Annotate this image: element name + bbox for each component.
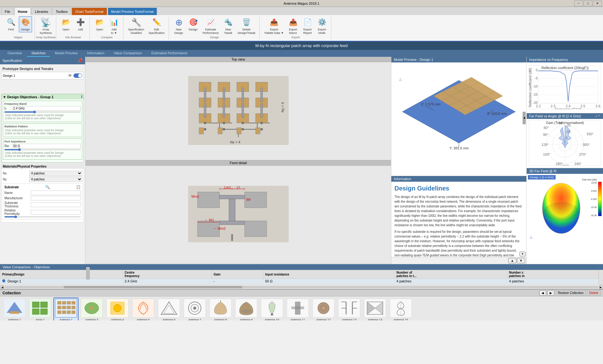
collection-item-antenna13[interactable]: Antenna 13 (337, 297, 362, 320)
tab-value-comparison[interactable]: Value Comparison (109, 50, 146, 57)
antenna10-thumb (261, 299, 283, 318)
tab-information[interactable]: Information (83, 50, 109, 57)
value-vscroll[interactable] (599, 270, 603, 285)
collection-item-array1[interactable]: Array 1 (28, 297, 53, 320)
design-action-button[interactable]: 🎯 Design (187, 16, 200, 32)
design-toggle[interactable] (73, 73, 82, 78)
specification-disabled-button[interactable]: 🔧 SpecificationDisabled (127, 16, 146, 36)
cell-input-resistance: 50 Ω (263, 279, 394, 284)
model-preview-title: Model Preview - Design 1 (391, 57, 526, 62)
export-mode-button[interactable]: ⚙️ ExportMode (315, 16, 329, 36)
collection-item-antenna15[interactable]: Antenna 15 (388, 297, 413, 320)
info-icon: ℹ (81, 95, 82, 99)
tab-model-preview-tools[interactable]: Model Preview ToolsFormat (108, 8, 157, 15)
tab-sketches[interactable]: Sketches (27, 50, 50, 57)
design-obj-title: Design Objectives - Group 1 (7, 95, 53, 99)
farfield-controls[interactable]: ▲▼ (595, 114, 600, 117)
col-patches-t: Number ofpatches in t... (394, 270, 507, 279)
hscroll-left-btn[interactable]: ◀ (1, 285, 4, 289)
collection-item-antenna1[interactable]: Antenna 1 (2, 297, 27, 320)
edit-specification-button[interactable]: ✏️ EditSpecification (147, 16, 166, 36)
antenna15-thumb (390, 299, 412, 318)
maximize-button[interactable]: □ (584, 1, 592, 6)
svg-text:Wm1: Wm1 (191, 195, 199, 198)
collection-item-antenna12[interactable]: Antenna 12 (311, 297, 336, 320)
collection-item-antenna9[interactable]: Antenna 9 (234, 297, 259, 320)
collection-item-antenna3[interactable]: Antenna 3 (79, 297, 104, 320)
info-scroll-down-btn[interactable]: ▼ (519, 252, 526, 256)
rin-slider[interactable] (4, 149, 81, 150)
tab-file[interactable]: File (1, 8, 14, 15)
svg-rect-169 (291, 307, 304, 309)
export-report-button[interactable]: 📄 ExportReport (301, 16, 314, 36)
restore-collection-button[interactable]: Restore Collection (556, 290, 586, 296)
collection-item-antenna7[interactable]: Antenna 7 (182, 297, 207, 320)
design1-item[interactable]: Design 1 👁 (1, 72, 84, 79)
tab-libraries[interactable]: Libraries (31, 8, 52, 15)
collection-item-antenna10[interactable]: Antenna 10 (259, 297, 285, 320)
estimate-performance-button[interactable]: 📈 EstimatePerformance (201, 16, 220, 36)
nx-select[interactable]: 4 patches (29, 171, 82, 176)
tab-model-preview[interactable]: Model Preview (51, 50, 82, 57)
add-button[interactable]: ➕ Add (74, 16, 87, 32)
sketch-vscroll-thumb[interactable] (86, 267, 90, 280)
antenna2-thumb (55, 299, 77, 318)
collection-item-antenna14[interactable]: Antenna 14 (362, 297, 388, 320)
ny-select[interactable]: 4 patches (29, 177, 82, 182)
collection-item-antenna11[interactable]: Antenna 11 (285, 297, 310, 320)
svg-point-41 (260, 128, 263, 131)
export-palette-button[interactable]: 📤 ExportPalette Data ▼ (263, 16, 285, 36)
new-design-button[interactable]: ⊕ NewDesign (172, 16, 185, 36)
svg-point-36 (204, 128, 206, 131)
collapse-button[interactable]: ◀ (523, 112, 526, 124)
perm-slider[interactable] (4, 216, 81, 217)
collection-item-antenna8[interactable]: Antenna 8 (208, 297, 233, 320)
hscroll-right-btn[interactable]: ▶ (599, 285, 602, 289)
new-tweak-button[interactable]: 🔩 NewTweak (222, 16, 235, 36)
tab-overview[interactable]: Overview (3, 50, 26, 57)
design-button[interactable]: 🎨 Design (19, 16, 32, 32)
svg-rect-151 (57, 311, 61, 314)
rin-row: Rin 50 Ω (4, 144, 81, 148)
delete-design-button[interactable]: 🗑️ DeleteDesign/Tweak (236, 16, 257, 36)
add-substrate-icon[interactable]: 📋 (76, 185, 81, 189)
eye-icon[interactable]: 👁 (68, 73, 72, 78)
svg-rect-51 (245, 221, 267, 237)
tab-estimated-performance[interactable]: Estimated Performance (147, 50, 192, 57)
open-compare-button[interactable]: 📂 Open (93, 16, 106, 32)
antenna9-thumb (235, 299, 257, 318)
antenna9-label: Antenna 9 (240, 318, 253, 320)
tab-home[interactable]: Home (14, 8, 31, 15)
minimize-button[interactable]: ─ (574, 1, 583, 6)
feed-detail-svg: Lm1 Lf Wm1 Wf ← W1 (188, 186, 289, 242)
add-to-button[interactable]: 📊 Addto ▼ (107, 16, 121, 36)
close-button[interactable]: ✕ (593, 1, 602, 6)
rel-perm-input[interactable]: 2.2 (31, 210, 81, 215)
info-prev-btn[interactable]: ▲ (508, 258, 516, 263)
sub-name-input[interactable] (31, 190, 81, 195)
search-substrate-icon[interactable]: 🔍 (45, 185, 50, 189)
delete-collection-button[interactable]: Delete (587, 290, 600, 296)
sub-thickness-input[interactable]: 1.575 mm (31, 202, 81, 207)
array-synthesis-button[interactable]: 📡 ArraySynthesis (38, 16, 53, 36)
f0-slider[interactable] (4, 111, 81, 113)
tab-chart-tools[interactable]: Chart ToolsFormat (72, 8, 107, 15)
antenna10-label: Antenna 10 (265, 318, 279, 320)
hscroll-thumb[interactable] (64, 286, 242, 288)
info-next-btn[interactable]: ▼ (517, 258, 525, 263)
export-macro-button[interactable]: 📤 ExportMacro (286, 16, 300, 36)
open-info-button[interactable]: 📂 Open (59, 16, 73, 32)
collection-item-antenna5[interactable]: Antenna 5 (131, 297, 156, 320)
collection-item-antenna6[interactable]: Antenna 6 (156, 297, 182, 320)
collection-prev-btn[interactable]: ◀ (539, 290, 546, 296)
find-button[interactable]: 🔍 Find (4, 16, 18, 32)
collection-next-btn[interactable]: ▶ (547, 290, 554, 296)
sub-manufacturer-row: Manufacturer (4, 196, 81, 201)
tab-toolbox[interactable]: Toolbox (52, 8, 71, 15)
svg-marker-180 (375, 302, 383, 314)
collection-item-antenna2[interactable]: Antenna 2 (53, 297, 79, 320)
antenna14-label: Antenna 14 (368, 318, 382, 320)
collection-item-antenna4[interactable]: Antenna 4 (105, 297, 130, 320)
svg-text:← Wm2: ← Wm2 (213, 227, 226, 230)
sub-manufacturer-input[interactable] (31, 196, 81, 201)
